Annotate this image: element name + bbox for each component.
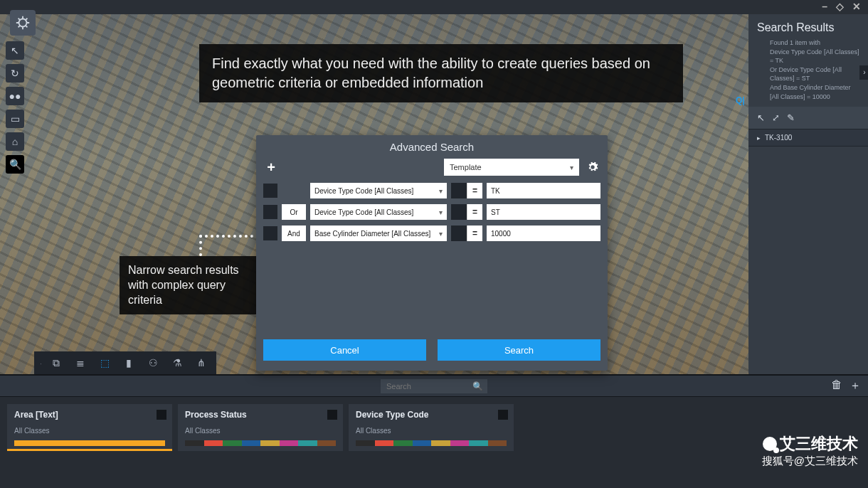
criteria-row: Device Type Code [All Classes]▾=TK [263,183,600,198]
home-icon[interactable]: ⌂ [6,132,24,151]
hierarchy-icon[interactable]: ⋔ [191,353,212,373]
criteria-row: AndBase Cylinder Diameter [All Classes]▾… [263,226,600,241]
add-icon[interactable]: ＋ [850,378,861,393]
app-logo-icon[interactable] [10,10,36,36]
card-checkbox[interactable] [157,410,166,420]
advanced-search-dialog: Advanced Search + Template ▾ Device Type… [256,135,608,371]
value-input[interactable]: TK [487,183,600,198]
watermark: 艾三维技术 搜狐号@艾三维技术 [762,433,858,468]
operator-selector[interactable]: = [467,226,482,241]
model-icon[interactable]: ⬚ [94,353,115,373]
measure-icon[interactable]: ▭ [6,110,24,128]
property-card[interactable]: Area [Text]All Classes [7,404,172,451]
card-subtitle: All Classes [14,427,165,435]
card-subtitle: All Classes [356,427,507,435]
card-title: Device Type Code [356,410,507,420]
results-tool-edit-icon[interactable]: ✎ [787,112,795,123]
pointer-icon[interactable]: ↖ [6,41,24,60]
left-annotation: Narrow search results with complex query… [120,256,262,314]
chevron-down-icon: ▾ [570,164,573,171]
field-selector[interactable]: Device Type Code [All Classes]▾ [310,204,447,220]
results-description: Found 1 item with Device Type Code [All … [761,38,868,107]
criteria-checkbox[interactable] [263,184,277,198]
logic-selector[interactable]: Or [282,204,306,220]
card-title: Area [Text] [14,410,165,420]
orbit-icon[interactable]: ↻ [6,64,24,83]
query-indicator-icon: Q| [736,95,745,105]
collapse-panel-button[interactable]: › [859,65,868,80]
settings-button[interactable] [585,159,600,175]
minimize-button[interactable]: – [822,1,827,13]
add-criteria-button[interactable]: + [263,159,279,175]
search-icon: 🔍 [472,381,483,391]
card-swatches [14,440,165,446]
results-title: Search Results [748,14,868,38]
operator-selector[interactable]: = [467,183,482,198]
criteria-checkbox[interactable] [263,205,277,219]
template-select[interactable]: Template ▾ [444,159,579,176]
card-swatches [356,440,507,446]
property-search-input[interactable] [381,379,487,393]
logic-selector[interactable]: And [282,226,306,241]
card-checkbox[interactable] [498,410,508,420]
card-checkbox[interactable] [327,410,337,420]
people-icon[interactable]: ⚇ [142,353,164,373]
field-selector[interactable]: Base Cylinder Diameter [All Classes]▾ [310,226,447,241]
walk-icon[interactable]: ●● [6,87,24,105]
criteria-row: OrDevice Type Code [All Classes]▾=ST [263,204,600,220]
close-button[interactable]: ✕ [852,1,861,13]
op-toggle[interactable] [451,226,467,241]
template-select-label: Template [450,163,482,171]
card-subtitle: All Classes [185,427,336,435]
cancel-button[interactable]: Cancel [263,339,426,361]
delete-icon[interactable]: 🗑 [831,378,842,393]
property-cards: Area [Text]All ClassesProcess StatusAll … [0,397,868,458]
field-selector[interactable]: Device Type Code [All Classes]▾ [310,183,447,198]
tag-icon[interactable]: ▮ [118,353,139,373]
value-input[interactable]: 10000 [487,226,600,241]
criteria-list: Device Type Code [All Classes]▾=TKOrDevi… [256,183,608,241]
search-button[interactable]: Search [438,339,600,361]
results-tool-isolate-icon[interactable]: ⤢ [772,112,780,123]
op-toggle[interactable] [451,183,467,198]
top-annotation: Find exactly what you need with the abil… [199,44,683,102]
card-swatches [185,440,336,446]
results-toolbar: ↖ ⤢ ✎ [748,107,868,129]
dialog-title: Advanced Search [256,135,608,159]
operator-selector[interactable]: = [467,204,482,220]
property-strip: 🔍 🗑 ＋ Area [Text]All ClassesProcess Stat… [0,374,868,488]
search-icon[interactable]: 🔍 [6,155,24,174]
property-card[interactable]: Device Type CodeAll Classes [349,404,514,451]
bottom-toolbar: ⧉≣⬚▮⚇⚗⋔ [41,351,216,374]
results-tool-select-icon[interactable]: ↖ [757,112,765,123]
op-toggle[interactable] [451,204,467,220]
result-item-label: TK-3100 [765,134,792,142]
criteria-checkbox[interactable] [263,226,277,240]
card-title: Process Status [185,410,336,420]
left-toolbar: ↖↻●●▭⌂🔍 [6,41,24,174]
restore-button[interactable]: ◇ [836,1,844,13]
search-results-panel: Search Results Q| Found 1 item with Devi… [748,14,868,374]
history-icon[interactable]: ⧉ [46,353,67,373]
filter-icon[interactable]: ⚗ [166,353,188,373]
layers-icon[interactable]: ≣ [70,353,91,373]
value-input[interactable]: ST [487,204,600,220]
property-card[interactable]: Process StatusAll Classes [178,404,343,451]
result-item[interactable]: TK-3100 [748,129,868,147]
